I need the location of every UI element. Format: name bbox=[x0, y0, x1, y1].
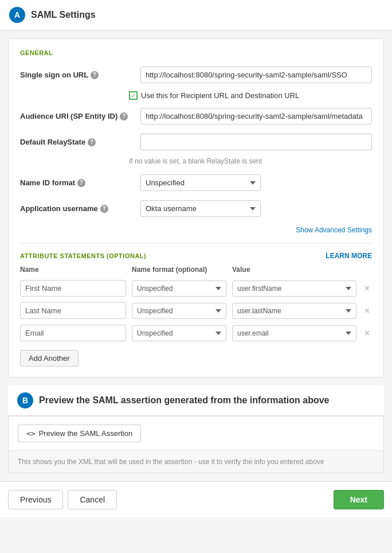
attr-format-select-1[interactable]: Unspecified Basic URI Reference bbox=[132, 281, 226, 297]
attr-value-wrap-2: user.lastName user.firstName user.email … bbox=[232, 303, 356, 319]
general-section-heading: GENERAL bbox=[9, 39, 383, 62]
relay-state-label: Default RelayState ? bbox=[20, 134, 135, 146]
attr-row-1: Unspecified Basic URI Reference user.fir… bbox=[9, 277, 383, 299]
audience-uri-label: Audience URI (SP Entity ID) ? bbox=[20, 108, 135, 120]
step-badge-a: A bbox=[9, 7, 25, 23]
previous-button[interactable]: Previous bbox=[8, 490, 63, 509]
relay-state-help-icon[interactable]: ? bbox=[88, 138, 96, 146]
preview-card: <> Preview the SAML Assertion This shows… bbox=[8, 416, 384, 473]
audience-uri-wrap bbox=[140, 108, 372, 124]
page-footer: Previous Cancel Next bbox=[0, 481, 392, 517]
sso-url-input[interactable] bbox=[140, 67, 372, 83]
relay-state-wrap bbox=[140, 134, 372, 150]
audience-uri-input[interactable] bbox=[140, 108, 372, 124]
col-header-name: Name bbox=[20, 266, 126, 274]
recipient-checkbox-row[interactable]: ✓ Use this for Recipient URL and Destina… bbox=[9, 88, 383, 103]
preview-btn-area: <> Preview the SAML Assertion bbox=[9, 416, 383, 450]
name-id-format-select[interactable]: Unspecified EmailAddress X509SubjectName… bbox=[140, 174, 261, 191]
col-header-format: Name format (optional) bbox=[132, 266, 226, 274]
preview-btn-label: Preview the SAML Assertion bbox=[39, 429, 133, 438]
remove-row-1-button[interactable]: × bbox=[362, 283, 372, 294]
remove-row-2-button[interactable]: × bbox=[362, 305, 372, 317]
cancel-button[interactable]: Cancel bbox=[68, 490, 117, 509]
section-b-title: Preview the SAML assertion generated fro… bbox=[39, 395, 329, 406]
attr-format-select-2[interactable]: Unspecified Basic URI Reference bbox=[132, 303, 226, 319]
attr-value-select-2[interactable]: user.lastName user.firstName user.email … bbox=[232, 303, 356, 319]
code-icon: <> bbox=[26, 429, 36, 438]
relay-state-hint: If no value is set, a blank RelayState i… bbox=[9, 155, 383, 170]
app-username-row: Application username ? Okta username Ema… bbox=[9, 196, 383, 221]
audience-uri-help-icon[interactable]: ? bbox=[120, 112, 128, 120]
advanced-settings-link[interactable]: Show Advanced Settings bbox=[9, 221, 383, 243]
page-title: SAML Settings bbox=[31, 10, 96, 20]
audience-uri-row: Audience URI (SP Entity ID) ? bbox=[9, 103, 383, 129]
attr-value-select-1[interactable]: user.firstName user.lastName user.email … bbox=[232, 281, 356, 297]
recipient-checkbox[interactable]: ✓ bbox=[129, 91, 138, 100]
name-id-format-help-icon[interactable]: ? bbox=[77, 179, 85, 187]
attr-value-wrap-1: user.firstName user.lastName user.email … bbox=[232, 281, 356, 297]
app-username-help-icon[interactable]: ? bbox=[100, 205, 108, 213]
main-card: GENERAL Single sign on URL ? ✓ Use this … bbox=[8, 38, 384, 377]
attr-value-wrap-3: user.email user.firstName user.lastName … bbox=[232, 325, 356, 341]
relay-state-input[interactable] bbox=[140, 134, 372, 150]
attr-col-headers: Name Name format (optional) Value bbox=[9, 266, 383, 277]
sso-url-label: Single sign on URL ? bbox=[20, 67, 135, 79]
relay-state-row: Default RelayState ? bbox=[9, 129, 383, 155]
name-id-format-label: Name ID format ? bbox=[20, 174, 135, 187]
app-username-wrap: Okta username Email Custom bbox=[140, 200, 372, 217]
attr-name-input-2[interactable] bbox=[20, 302, 126, 319]
add-another-button[interactable]: Add Another bbox=[20, 350, 79, 367]
attr-format-select-3[interactable]: Unspecified Basic URI Reference bbox=[132, 325, 226, 341]
page-header: A SAML Settings bbox=[0, 0, 392, 30]
next-button[interactable]: Next bbox=[334, 490, 384, 509]
footer-left: Previous Cancel bbox=[8, 490, 117, 509]
sso-url-help-icon[interactable]: ? bbox=[91, 71, 99, 79]
sso-url-wrap bbox=[140, 67, 372, 83]
col-header-value: Value bbox=[232, 266, 372, 274]
name-id-format-wrap: Unspecified EmailAddress X509SubjectName… bbox=[140, 174, 372, 191]
section-b-header: B Preview the SAML assertion generated f… bbox=[8, 385, 384, 416]
attr-statements-header: ATTRIBUTE STATEMENTS (OPTIONAL) LEARN MO… bbox=[9, 244, 383, 266]
attr-value-select-3[interactable]: user.email user.firstName user.lastName … bbox=[232, 325, 356, 341]
step-badge-b: B bbox=[17, 392, 33, 408]
attr-name-input-1[interactable] bbox=[20, 280, 126, 297]
attr-statements-title: ATTRIBUTE STATEMENTS (OPTIONAL) bbox=[20, 252, 146, 259]
preview-hint: This shows you the XML that will be used… bbox=[9, 450, 383, 473]
learn-more-link[interactable]: LEARN MORE bbox=[326, 252, 372, 260]
recipient-checkbox-label: Use this for Recipient URL and Destinati… bbox=[141, 91, 299, 100]
app-username-select[interactable]: Okta username Email Custom bbox=[140, 200, 261, 217]
attr-row-2: Unspecified Basic URI Reference user.las… bbox=[9, 299, 383, 322]
name-id-format-row: Name ID format ? Unspecified EmailAddres… bbox=[9, 170, 383, 196]
app-username-label: Application username ? bbox=[20, 200, 135, 213]
attr-row-3: Unspecified Basic URI Reference user.ema… bbox=[9, 322, 383, 344]
remove-row-3-button[interactable]: × bbox=[362, 328, 372, 339]
preview-saml-button[interactable]: <> Preview the SAML Assertion bbox=[18, 425, 141, 442]
attr-name-input-3[interactable] bbox=[20, 325, 126, 341]
sso-url-row: Single sign on URL ? bbox=[9, 62, 383, 88]
